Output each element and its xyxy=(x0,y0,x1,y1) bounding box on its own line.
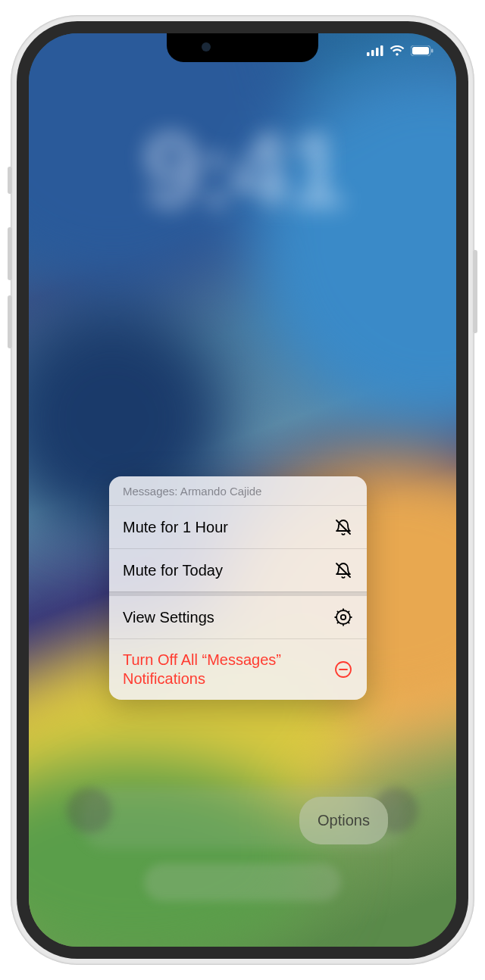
svg-line-17 xyxy=(337,622,338,623)
menu-item-label: Turn Off All “Messages” Notifications xyxy=(123,651,333,688)
volume-down-button[interactable] xyxy=(8,295,12,348)
lock-clock: 9:41 xyxy=(29,124,456,232)
phone-bezel: 9:41 Messages: Armando Cajide xyxy=(17,21,468,959)
menu-item-label: View Settings xyxy=(123,608,333,627)
svg-line-15 xyxy=(337,611,338,612)
options-button[interactable]: Options xyxy=(299,797,388,844)
notch xyxy=(167,33,318,62)
view-settings-item[interactable]: View Settings xyxy=(109,591,367,639)
svg-rect-5 xyxy=(412,47,429,55)
gear-icon xyxy=(333,607,353,627)
notification-options-menu: Messages: Armando Cajide Mute for 1 Hour… xyxy=(109,476,367,700)
cellular-icon xyxy=(367,45,383,56)
status-bar xyxy=(367,45,433,56)
svg-point-9 xyxy=(341,615,346,620)
bell-slash-icon xyxy=(333,560,353,580)
svg-rect-3 xyxy=(380,45,383,56)
svg-rect-0 xyxy=(367,52,370,56)
swipe-hint-blur xyxy=(144,863,341,901)
turn-off-all-item[interactable]: Turn Off All “Messages” Notifications xyxy=(109,639,367,700)
menu-header: Messages: Armando Cajide xyxy=(109,476,367,506)
silence-switch[interactable] xyxy=(8,167,12,194)
wifi-icon xyxy=(390,45,405,56)
svg-rect-6 xyxy=(431,49,433,53)
minus-circle-icon xyxy=(333,660,353,679)
svg-line-18 xyxy=(348,611,349,612)
svg-rect-2 xyxy=(376,48,379,56)
menu-item-label: Mute for Today xyxy=(123,561,333,580)
bell-slash-icon xyxy=(333,517,353,537)
options-label: Options xyxy=(318,812,370,829)
phone-frame: 9:41 Messages: Armando Cajide xyxy=(11,15,474,965)
power-button[interactable] xyxy=(473,250,477,333)
mute-today-item[interactable]: Mute for Today xyxy=(109,549,367,592)
mute-1-hour-item[interactable]: Mute for 1 Hour xyxy=(109,506,367,549)
lock-time: 9:41 xyxy=(29,109,456,232)
menu-item-label: Mute for 1 Hour xyxy=(123,518,333,537)
lock-screen: 9:41 Messages: Armando Cajide xyxy=(29,33,456,947)
svg-rect-1 xyxy=(371,50,374,56)
volume-up-button[interactable] xyxy=(8,227,12,280)
svg-line-16 xyxy=(348,622,349,623)
battery-icon xyxy=(411,45,433,56)
flashlight-button-blur xyxy=(67,788,112,833)
